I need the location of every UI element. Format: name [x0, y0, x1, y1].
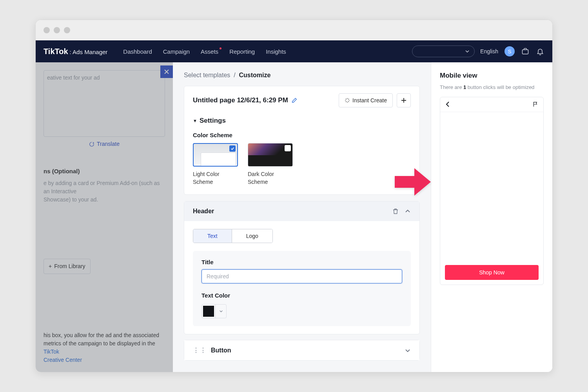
- settings-label: Settings: [200, 117, 226, 125]
- ad-text-area[interactable]: eative text for your ad: [44, 70, 165, 137]
- browser-titlebar: [36, 20, 552, 40]
- from-library-label: From Library: [54, 262, 85, 270]
- header-block-actions: [392, 208, 411, 215]
- header-text-settings: Title Text Color: [193, 251, 411, 326]
- breadcrumb-step-1[interactable]: Select templates: [184, 72, 230, 78]
- title-input[interactable]: [201, 269, 402, 283]
- disclosure-link-1[interactable]: TikTok: [44, 348, 59, 355]
- briefcase-icon[interactable]: [521, 47, 530, 56]
- header-actions: Instant Create: [339, 93, 411, 107]
- disclosure-text: his box, you allow for the ad and the as…: [44, 332, 159, 347]
- mobile-preview-sidebar: Mobile view There are 1 button clicks wi…: [431, 62, 552, 372]
- phone-topbar: [440, 97, 543, 112]
- breadcrumb-sep: /: [234, 72, 235, 78]
- color-scheme-light[interactable]: Light Color Scheme: [193, 143, 240, 186]
- header-block: Header Text Logo Title: [184, 201, 420, 334]
- color-dropdown-caret[interactable]: [215, 305, 226, 318]
- caret-down-icon: ▼: [193, 118, 197, 123]
- light-thumbnail: [193, 143, 238, 167]
- phone-preview: Shop Now: [440, 97, 544, 285]
- translate-button[interactable]: Translate: [44, 140, 165, 148]
- nav-campaign[interactable]: Campaign: [163, 48, 190, 55]
- header-block-body: Text Logo Title Text Color: [184, 221, 419, 334]
- header-block-head[interactable]: Header: [184, 201, 419, 221]
- flag-icon[interactable]: [532, 101, 539, 107]
- content-area: eative text for your ad Translate ns (Op…: [36, 62, 552, 372]
- disclosure-note: his box, you allow for the ad and the as…: [44, 331, 165, 364]
- card-header: Untitled page 12/6/21, 6:29 PM Instant C…: [184, 86, 419, 114]
- nav-links: Dashboard Campaign Assets Reporting Insi…: [123, 48, 286, 55]
- traffic-light-close[interactable]: [44, 27, 50, 33]
- button-block-actions: [405, 347, 411, 354]
- settings-section-title[interactable]: ▼ Settings: [193, 117, 411, 125]
- tab-text[interactable]: Text: [193, 229, 232, 243]
- button-block-head[interactable]: ⋮⋮ Button: [184, 340, 419, 360]
- header-type-tabs: Text Logo: [193, 229, 273, 243]
- color-scheme-dark[interactable]: Dark Color Scheme: [248, 143, 295, 186]
- editor-main: Select templates / Customize Untitled pa…: [173, 62, 431, 372]
- plus-icon: +: [49, 262, 52, 270]
- back-icon[interactable]: [445, 101, 451, 107]
- nav-reporting[interactable]: Reporting: [229, 48, 255, 55]
- text-color-picker[interactable]: [201, 304, 227, 318]
- sparkle-icon: [345, 98, 350, 103]
- addons-desc-2: Showcase) to your ad.: [44, 196, 165, 204]
- browser-window: TikTok: Ads Manager Dashboard Campaign A…: [35, 20, 553, 372]
- avatar[interactable]: S: [505, 46, 515, 56]
- drag-handle-icon[interactable]: ⋮⋮: [193, 347, 207, 354]
- color-scheme-label: Color Scheme: [193, 132, 411, 138]
- bell-icon[interactable]: [536, 47, 544, 56]
- settings-card: Untitled page 12/6/21, 6:29 PM Instant C…: [184, 86, 420, 195]
- light-caption: Light Color Scheme: [193, 171, 240, 186]
- unchecked-box: [285, 145, 291, 151]
- instant-create-label: Instant Create: [352, 97, 387, 103]
- brand-logo: TikTok: Ads Manager: [44, 47, 107, 56]
- brand-name: TikTok: [44, 47, 68, 56]
- instant-create-button[interactable]: Instant Create: [339, 93, 393, 107]
- nav-assets[interactable]: Assets: [201, 48, 218, 55]
- textarea-placeholder: eative text for your ad: [47, 74, 100, 81]
- edit-icon[interactable]: [291, 97, 298, 103]
- addons-title: ns (Optional): [44, 167, 165, 176]
- brand-suffix: : Ads Manager: [70, 49, 108, 55]
- traffic-light-max[interactable]: [64, 27, 70, 33]
- nav-dashboard[interactable]: Dashboard: [123, 48, 152, 55]
- check-icon: [229, 145, 236, 152]
- page-title: Untitled page 12/6/21, 6:29 PM: [193, 96, 298, 104]
- translate-label: Translate: [97, 140, 120, 148]
- top-nav: TikTok: Ads Manager Dashboard Campaign A…: [36, 40, 552, 62]
- add-button[interactable]: [397, 93, 411, 107]
- plus-icon: [401, 98, 407, 103]
- settings-body: ▼ Settings Color Scheme: [184, 114, 419, 194]
- editor-panel: Select templates / Customize Untitled pa…: [173, 62, 552, 372]
- backdrop-panel: eative text for your ad Translate ns (Op…: [36, 62, 173, 372]
- page-title-text: Untitled page 12/6/21, 6:29 PM: [193, 96, 288, 104]
- from-library-button[interactable]: + From Library: [44, 259, 91, 274]
- breadcrumb-step-2: Customize: [239, 72, 271, 78]
- close-panel-button[interactable]: [160, 65, 173, 78]
- account-dropdown[interactable]: [412, 45, 475, 57]
- addons-desc-1: e by adding a card or Premium Add-on (su…: [44, 179, 165, 196]
- header-block-title: Header: [193, 208, 214, 215]
- mobile-view-note: There are 1 button clicks will be optimi…: [440, 83, 544, 91]
- button-block: ⋮⋮ Button: [184, 340, 420, 361]
- phone-cta-button[interactable]: Shop Now: [445, 265, 539, 280]
- add-component-button[interactable]: Add a component: [184, 366, 420, 372]
- chevron-up-icon[interactable]: [405, 208, 411, 214]
- title-field-label: Title: [201, 259, 402, 265]
- nav-insights[interactable]: Insights: [266, 48, 286, 55]
- note-post: button clicks will be optimized: [466, 84, 534, 90]
- text-color-label: Text Color: [201, 292, 402, 299]
- chevron-down-icon[interactable]: [405, 347, 411, 354]
- dark-thumbnail: [248, 143, 293, 167]
- dark-caption: Dark Color Scheme: [248, 171, 295, 186]
- tab-logo[interactable]: Logo: [232, 229, 272, 243]
- color-scheme-options: Light Color Scheme Dark Color Scheme: [193, 143, 411, 186]
- disclosure-link-2[interactable]: Creative Center: [44, 357, 82, 363]
- color-swatch: [203, 306, 214, 317]
- traffic-light-min[interactable]: [54, 27, 60, 33]
- mobile-view-title: Mobile view: [440, 72, 544, 80]
- note-pre: There are: [440, 84, 463, 90]
- trash-icon[interactable]: [392, 208, 399, 215]
- language-selector[interactable]: English: [480, 48, 498, 54]
